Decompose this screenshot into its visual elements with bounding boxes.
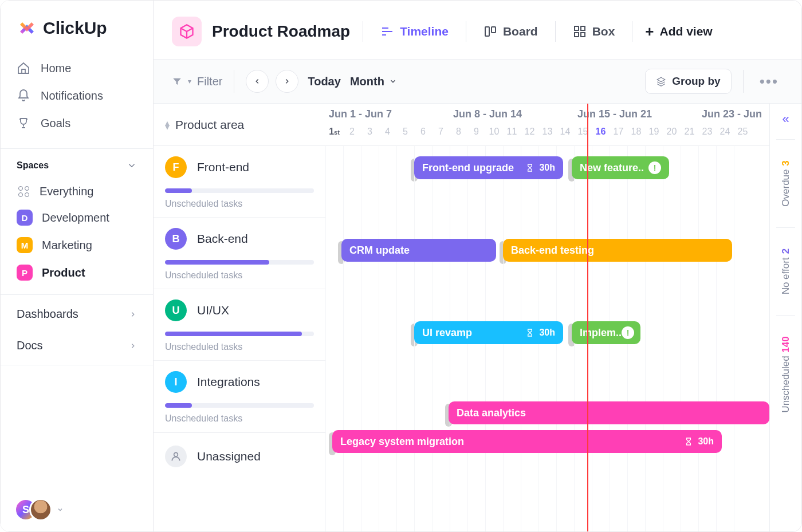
alert-icon: ! <box>648 161 661 174</box>
spaces-header[interactable]: Spaces <box>1 152 153 179</box>
area-row[interactable]: BBack-endUnscheduled tasks <box>154 218 325 289</box>
today-button[interactable]: Today <box>308 75 340 88</box>
unscheduled-label: Unscheduled tasks <box>165 199 314 209</box>
prev-button[interactable] <box>246 70 269 93</box>
week-label: Jun 8 - Jun 14 <box>450 104 574 127</box>
week-label: Jun 15 - Jun 21 <box>574 104 698 127</box>
day-label: 14 <box>556 127 574 146</box>
rail-noeffort[interactable]: No effort 2 <box>780 241 792 302</box>
area-row[interactable]: UUI/UXUnscheduled tasks <box>154 289 325 361</box>
unassigned-row[interactable]: Unassigned <box>154 432 325 480</box>
area-badge: U <box>165 300 187 321</box>
next-button[interactable] <box>276 70 298 93</box>
day-label: 25 <box>734 127 752 146</box>
day-label: 15 <box>574 127 592 146</box>
logo-icon <box>17 18 37 38</box>
chevron-down-icon <box>57 506 64 513</box>
day-label: 8 <box>450 127 467 146</box>
docs-section[interactable]: Docs <box>1 330 153 361</box>
unscheduled-label: Unscheduled tasks <box>165 413 314 424</box>
more-button[interactable]: ••• <box>755 73 783 90</box>
space-everything[interactable]: Everything <box>9 179 145 204</box>
topbar: Product Roadmap Timeline Board Box +Add … <box>154 1 801 60</box>
task-bar-data-analytics[interactable]: Data analytics <box>449 401 769 424</box>
task-bar-new-feature[interactable]: New feature..! <box>572 156 669 179</box>
board-icon <box>483 25 497 38</box>
add-view-button[interactable]: +Add view <box>645 23 712 41</box>
range-select[interactable]: Month <box>350 75 397 88</box>
day-label: 7 <box>432 127 450 146</box>
space-label: Marketing <box>42 239 92 252</box>
day-label: 11 <box>503 127 521 146</box>
trophy-icon <box>17 116 30 130</box>
area-badge: I <box>165 371 187 393</box>
alert-icon: ! <box>622 326 634 339</box>
chevron-right-icon <box>283 77 291 85</box>
nav-home-label: Home <box>41 62 71 75</box>
space-marketing[interactable]: MMarketing <box>9 231 145 259</box>
groupby-button[interactable]: Group by <box>645 69 731 94</box>
task-bar-frontend-upgrade[interactable]: Front-end upgrade30h <box>414 156 563 179</box>
area-badge: B <box>165 228 187 250</box>
day-label: 17 <box>610 127 627 146</box>
area-name: UI/UX <box>197 304 229 317</box>
user-menu[interactable]: S <box>1 488 153 531</box>
nav-notifications[interactable]: Notifications <box>9 82 145 109</box>
week-label: Jun 1 - Jun 7 <box>325 104 450 127</box>
tab-box[interactable]: Box <box>568 21 620 42</box>
space-label: Product <box>42 266 85 279</box>
day-label: 23 <box>698 127 716 146</box>
rail-overdue[interactable]: Overdue 3 <box>780 152 792 215</box>
svg-rect-4 <box>575 33 579 37</box>
logo[interactable]: ClickUp <box>1 1 153 52</box>
nav-goals[interactable]: Goals <box>9 109 145 137</box>
everything-icon <box>17 184 30 198</box>
tab-timeline[interactable]: Timeline <box>376 21 453 42</box>
task-bar-crm-update[interactable]: CRM update <box>341 239 496 262</box>
avatar <box>29 498 52 521</box>
plus-icon: + <box>645 23 654 41</box>
space-label: Development <box>42 211 109 224</box>
timeline-icon <box>380 25 394 38</box>
filter-icon <box>172 76 182 86</box>
hourglass-icon <box>525 163 534 172</box>
person-icon <box>165 446 187 467</box>
rail-unscheduled[interactable]: Unscheduled 140 <box>780 328 792 421</box>
chevron-left-icon <box>253 77 261 85</box>
sort-icon[interactable]: ▴▾ <box>165 121 170 129</box>
task-bar-backend-testing[interactable]: Back-end testing <box>503 239 732 262</box>
day-label: 16 <box>592 127 610 146</box>
nav-home[interactable]: Home <box>9 54 145 82</box>
area-row[interactable]: FFront-endUnscheduled tasks <box>154 146 325 218</box>
day-label: 10 <box>485 127 503 146</box>
progress-bar <box>165 188 314 193</box>
timeline-chart[interactable]: Jun 1 - Jun 7Jun 8 - Jun 14Jun 15 - Jun … <box>325 104 769 531</box>
nav-goals-label: Goals <box>41 117 70 130</box>
svg-rect-5 <box>581 33 585 37</box>
filter-button[interactable]: ▾Filter <box>172 75 222 88</box>
week-label: Jun 23 - Jun <box>698 104 769 127</box>
page-title: Product Roadmap <box>212 22 350 41</box>
dashboards-section[interactable]: Dashboards <box>1 298 153 330</box>
cube-icon <box>179 23 195 40</box>
hourglass-icon <box>684 437 693 446</box>
page-icon <box>172 17 202 46</box>
day-label: 6 <box>414 127 432 146</box>
right-rail: « Overdue 3 No effort 2 Unscheduled 140 <box>769 104 801 531</box>
task-bar-ui-revamp[interactable]: UI revamp30h <box>414 321 563 344</box>
bell-icon <box>17 89 30 103</box>
space-product[interactable]: PProduct <box>9 259 145 286</box>
unassigned-label: Unassigned <box>197 450 261 463</box>
collapse-button[interactable]: « <box>782 112 789 127</box>
home-icon <box>17 61 30 75</box>
task-bar-implem[interactable]: Implem..! <box>572 321 640 344</box>
space-badge: M <box>17 237 33 253</box>
space-development[interactable]: DDevelopment <box>9 204 145 231</box>
tab-board[interactable]: Board <box>479 21 542 42</box>
day-label: 18 <box>627 127 645 146</box>
day-label: 19 <box>645 127 663 146</box>
task-bar-legacy[interactable]: Legacy system migration30h <box>332 430 722 453</box>
space-badge: D <box>17 210 33 226</box>
area-row[interactable]: IIntegrationsUnscheduled tasks <box>154 361 325 432</box>
timeline-left-column: ▴▾ Product area FFront-endUnscheduled ta… <box>154 104 325 531</box>
